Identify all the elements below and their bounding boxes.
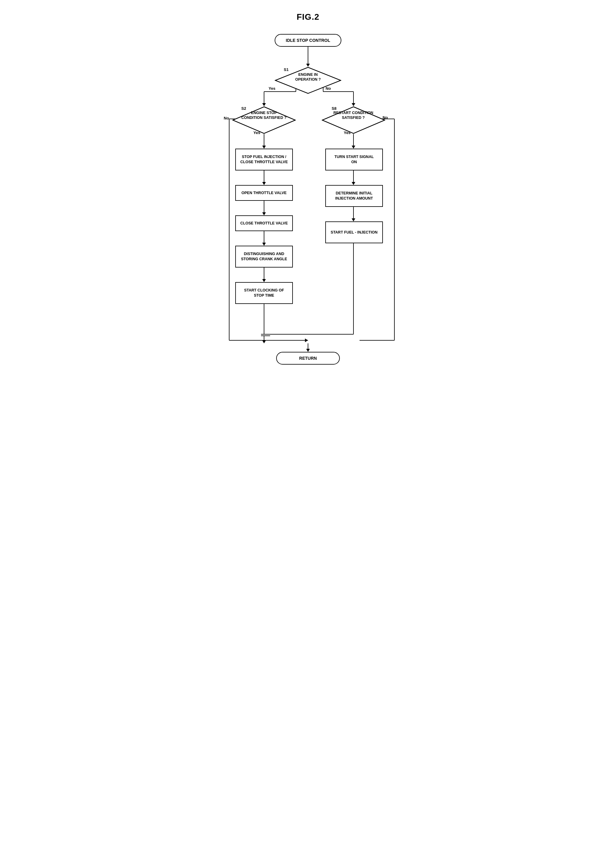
svg-marker-45	[322, 107, 385, 133]
svg-marker-15	[305, 339, 308, 342]
end-node: RETURN	[276, 352, 340, 365]
svg-marker-5	[262, 103, 266, 106]
s7-node: START CLOCKING OFSTOP TIME	[235, 282, 293, 304]
svg-marker-32	[352, 145, 355, 148]
svg-marker-19	[262, 212, 266, 216]
s6-node: DISTINGUISHING ANDSTORING CRANK ANGLE	[235, 246, 293, 267]
s8-diamond: RESTART CONDITIONSATISFIED ?	[322, 106, 385, 134]
svg-marker-9	[352, 103, 355, 106]
s5-node: CLOSE THROTTLE VALVE	[235, 216, 293, 231]
s11-node: START FUEL - INJECTION	[325, 222, 383, 243]
page: FIG.2	[202, 6, 414, 371]
svg-marker-28	[262, 340, 266, 344]
figure-title: FIG.2	[205, 12, 411, 22]
svg-marker-37	[352, 182, 355, 185]
s2-diamond: ENGINE STOPCONDITION SATISFIED ?	[232, 106, 296, 134]
svg-marker-23	[262, 279, 266, 282]
svg-marker-17	[262, 182, 266, 185]
start-node: IDLE STOP CONTROL	[274, 34, 342, 47]
svg-marker-1	[306, 64, 310, 67]
s1-diamond: ENGINE INOPERATION ?	[274, 67, 342, 94]
svg-marker-11	[262, 145, 266, 148]
svg-marker-21	[262, 243, 266, 246]
s9-node: TURN START SIGNALON	[325, 148, 383, 170]
no-label-s2: No	[224, 116, 229, 120]
s10-node: DETERMINE INITIALINJECTION AMOUNT	[325, 185, 383, 207]
svg-marker-43	[275, 67, 341, 94]
svg-marker-39	[352, 219, 355, 222]
svg-marker-42	[306, 349, 310, 352]
s3-node: STOP FUEL INJECTION /CLOSE THROTTLE VALV…	[235, 148, 293, 170]
s4-node: OPEN THROTTLE VALVE	[235, 185, 293, 201]
svg-marker-44	[233, 107, 295, 133]
